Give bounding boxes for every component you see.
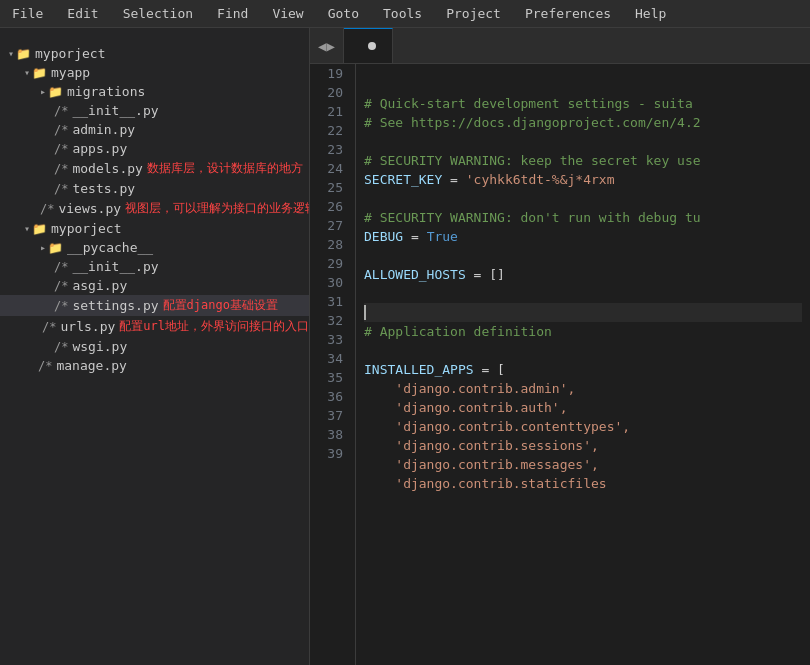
file-type-icon: /* (54, 182, 68, 196)
code-line: # Quick-start development settings - sui… (364, 94, 802, 113)
line-number: 37 (318, 406, 343, 425)
tree-item-myporject2[interactable]: ▾📁myporject (0, 219, 309, 238)
line-number: 23 (318, 140, 343, 159)
tree-label: migrations (67, 84, 145, 99)
file-type-icon: /* (42, 320, 56, 334)
tree-annotation: 数据库层，设计数据库的地方 (147, 160, 303, 177)
file-type-icon: /* (54, 123, 68, 137)
line-number: 24 (318, 159, 343, 178)
file-tree: ▾📁myporject▾📁myapp▸📁migrations/* __init_… (0, 44, 309, 375)
menu-item-help[interactable]: Help (631, 4, 670, 23)
tree-item-init2[interactable]: /* __init__.py (0, 257, 309, 276)
tree-item-migrations[interactable]: ▸📁migrations (0, 82, 309, 101)
tree-label: views.py (58, 201, 121, 216)
line-number: 30 (318, 273, 343, 292)
menu-item-find[interactable]: Find (213, 4, 252, 23)
code-line: ALLOWED_HOSTS = [] (364, 265, 802, 284)
line-number: 29 (318, 254, 343, 273)
tree-label: __pycache__ (67, 240, 153, 255)
tree-item-init1[interactable]: /* __init__.py (0, 101, 309, 120)
menu-item-selection[interactable]: Selection (119, 4, 197, 23)
main-layout: ▾📁myporject▾📁myapp▸📁migrations/* __init_… (0, 28, 810, 665)
tree-label: myporject (51, 221, 121, 236)
chevron-icon: ▸ (40, 86, 46, 97)
line-number: 33 (318, 330, 343, 349)
menu-item-project[interactable]: Project (442, 4, 505, 23)
code-line: # SECURITY WARNING: don't run with debug… (364, 208, 802, 227)
line-number: 35 (318, 368, 343, 387)
editor: ◀▶ 1920212223242526272829303132333435363… (310, 28, 810, 665)
line-number: 27 (318, 216, 343, 235)
tree-annotation: 配置url地址，外界访问接口的入口 (119, 318, 309, 335)
line-number: 31 (318, 292, 343, 311)
chevron-icon: ▾ (24, 223, 30, 234)
code-line: SECRET_KEY = 'cyhkk6tdt-%&j*4rxm (364, 170, 802, 189)
file-type-icon: /* (54, 340, 68, 354)
line-number: 28 (318, 235, 343, 254)
tree-item-urls[interactable]: /* urls.py配置url地址，外界访问接口的入口 (0, 316, 309, 337)
chevron-icon: ▾ (8, 48, 14, 59)
code-line (364, 189, 802, 208)
menu-item-preferences[interactable]: Preferences (521, 4, 615, 23)
file-type-icon: /* (54, 299, 68, 313)
file-type-icon: /* (54, 260, 68, 274)
tree-item-admin[interactable]: /* admin.py (0, 120, 309, 139)
code-line (364, 132, 802, 151)
tab-settings[interactable] (344, 28, 393, 63)
tree-label: tests.py (72, 181, 135, 196)
menu-item-goto[interactable]: Goto (324, 4, 363, 23)
file-type-icon: /* (38, 359, 52, 373)
code-line (364, 303, 802, 322)
folder-icon: 📁 (48, 85, 63, 99)
line-number: 36 (318, 387, 343, 406)
code-line: DEBUG = True (364, 227, 802, 246)
menu-item-view[interactable]: View (268, 4, 307, 23)
tab-bar: ◀▶ (310, 28, 810, 64)
line-number: 25 (318, 178, 343, 197)
menu-item-file[interactable]: File (8, 4, 47, 23)
tree-item-manage[interactable]: /* manage.py (0, 356, 309, 375)
folder-icon: 📁 (16, 47, 31, 61)
menubar: FileEditSelectionFindViewGotoToolsProjec… (0, 0, 810, 28)
sidebar-header (0, 28, 309, 44)
code-line: 'django.contrib.contenttypes', (364, 417, 802, 436)
code-line: # SECURITY WARNING: keep the secret key … (364, 151, 802, 170)
tree-item-asgi[interactable]: /* asgi.py (0, 276, 309, 295)
tree-item-pycache[interactable]: ▸📁__pycache__ (0, 238, 309, 257)
code-content[interactable]: # Quick-start development settings - sui… (356, 64, 810, 665)
tree-item-tests[interactable]: /* tests.py (0, 179, 309, 198)
tree-item-myapp[interactable]: ▾📁myapp (0, 63, 309, 82)
menu-item-tools[interactable]: Tools (379, 4, 426, 23)
file-type-icon: /* (54, 279, 68, 293)
tree-label: myapp (51, 65, 90, 80)
chevron-icon: ▾ (24, 67, 30, 78)
code-line: 'django.contrib.admin', (364, 379, 802, 398)
line-number: 19 (318, 64, 343, 83)
chevron-icon: ▸ (40, 242, 46, 253)
code-line (364, 284, 802, 303)
code-line (364, 246, 802, 265)
menu-item-edit[interactable]: Edit (63, 4, 102, 23)
file-type-icon: /* (40, 202, 54, 216)
file-type-icon: /* (54, 162, 68, 176)
tree-item-wsgi[interactable]: /* wsgi.py (0, 337, 309, 356)
tree-item-myporject-root[interactable]: ▾📁myporject (0, 44, 309, 63)
tree-item-views[interactable]: /* views.py视图层，可以理解为接口的业务逻辑在这边写 (0, 198, 309, 219)
tree-label: settings.py (72, 298, 158, 313)
tab-modified-dot (368, 42, 376, 50)
tree-item-apps[interactable]: /* apps.py (0, 139, 309, 158)
tree-label: __init__.py (72, 259, 158, 274)
line-number: 38 (318, 425, 343, 444)
code-area[interactable]: 1920212223242526272829303132333435363738… (310, 64, 810, 665)
line-number: 20 (318, 83, 343, 102)
sidebar: ▾📁myporject▾📁myapp▸📁migrations/* __init_… (0, 28, 310, 665)
line-number: 32 (318, 311, 343, 330)
tree-item-models[interactable]: /* models.py数据库层，设计数据库的地方 (0, 158, 309, 179)
folder-icon: 📁 (32, 222, 47, 236)
file-type-icon: /* (54, 104, 68, 118)
line-number: 21 (318, 102, 343, 121)
tree-annotation: 视图层，可以理解为接口的业务逻辑在这边写 (125, 200, 310, 217)
tree-item-settings[interactable]: /* settings.py配置django基础设置 (0, 295, 309, 316)
tree-label: wsgi.py (72, 339, 127, 354)
tab-nav-arrows[interactable]: ◀▶ (310, 28, 344, 63)
